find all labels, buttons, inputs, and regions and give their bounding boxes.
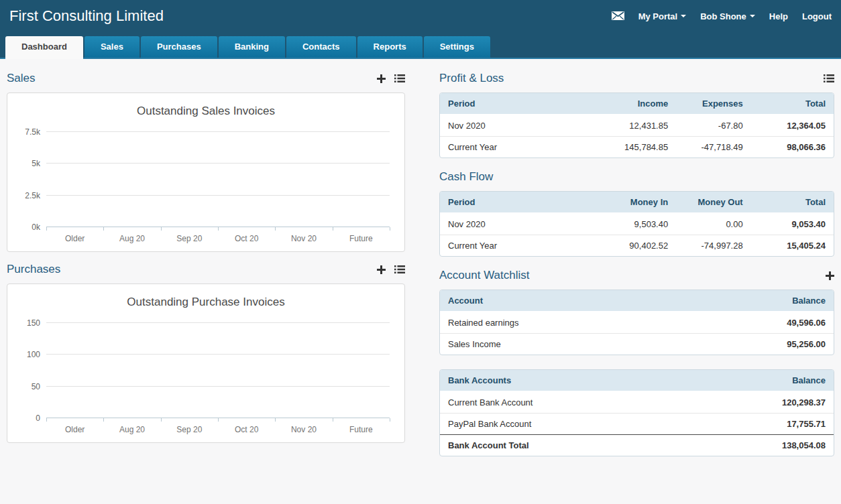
messages-button[interactable] <box>612 11 624 22</box>
table-row: Sales Income95,256.00 <box>440 333 834 355</box>
purchases-bar-chart: 050100150OlderAug 20Sep 20Oct 20Nov 20Fu… <box>46 323 390 418</box>
watchlist-section-header: Account Watchlist <box>439 268 834 283</box>
x-axis-tick <box>161 227 162 231</box>
table-cell: Current Year <box>440 136 585 158</box>
caret-down-icon <box>681 15 686 17</box>
x-axis-tick <box>103 227 104 231</box>
bars <box>46 323 390 418</box>
table-cell: 12,431.85 <box>585 115 676 136</box>
sales-bar-chart: 0k2.5k5k7.5kOlderAug 20Sep 20Oct 20Nov 2… <box>46 132 390 227</box>
table-cell: 0.00 <box>676 214 751 235</box>
tab-settings[interactable]: Settings <box>424 36 490 58</box>
table-cell: 145,784.85 <box>585 136 676 158</box>
x-axis-tick-label: Future <box>333 425 390 434</box>
list-icon[interactable] <box>394 265 405 273</box>
x-axis-tick-label: Aug 20 <box>103 234 160 243</box>
user-menu[interactable]: Bob Shone <box>700 11 755 21</box>
list-icon[interactable] <box>394 74 405 82</box>
x-axis-tick-label: Sep 20 <box>161 425 218 434</box>
company-name: First Consulting Limited <box>9 7 164 25</box>
table-cell: 12,364.05 <box>751 115 834 136</box>
tab-purchases[interactable]: Purchases <box>141 36 217 58</box>
x-axis-tick <box>218 227 219 231</box>
table-cell: -67.80 <box>676 115 751 136</box>
sales-chart-panel: Outstanding Sales Invoices 0k2.5k5k7.5kO… <box>7 92 405 252</box>
x-axis-tick-label: Sep 20 <box>161 234 218 243</box>
x-axis-tick <box>333 418 333 422</box>
table-cell: 9,053.40 <box>751 214 834 235</box>
table-row: Bank Account Total138,054.08 <box>440 434 834 456</box>
bank-accounts-table: Bank AccountsBalanceCurrent Bank Account… <box>439 369 834 456</box>
cashflow-section-header: Cash Flow <box>439 170 834 184</box>
help-link[interactable]: Help <box>769 11 788 21</box>
table-cell: -74,997.28 <box>676 235 751 256</box>
logout-link[interactable]: Logout <box>802 11 832 21</box>
my-portal-menu[interactable]: My Portal <box>638 11 687 21</box>
bars <box>46 132 390 227</box>
table-cell: Nov 2020 <box>440 214 585 235</box>
tab-reports[interactable]: Reports <box>357 36 423 58</box>
envelope-icon <box>612 11 624 22</box>
tab-contacts[interactable]: Contacts <box>286 36 356 58</box>
y-axis-tick-label: 7.5k <box>25 128 40 136</box>
x-axis-tick <box>390 418 390 422</box>
table-cell: Nov 2020 <box>440 115 585 136</box>
table-cell: -47,718.49 <box>676 136 751 158</box>
x-axis-tick-label: Aug 20 <box>103 425 160 434</box>
table-row: Nov 202012,431.85-67.8012,364.05 <box>440 115 834 136</box>
table-cell: 9,503.40 <box>585 214 676 235</box>
x-axis-tick <box>161 418 162 422</box>
table-row: Current Year145,784.85-47,718.4998,066.3… <box>440 136 834 158</box>
column-header: Expenses <box>676 93 751 115</box>
watchlist-section-title: Account Watchlist <box>439 269 529 282</box>
y-axis-tick-label: 0 <box>36 414 40 422</box>
table-cell: 95,256.00 <box>696 333 834 355</box>
column-header: Total <box>751 192 834 214</box>
top-menu: My Portal Bob Shone Help Logout <box>612 10 832 22</box>
list-icon[interactable] <box>824 74 834 82</box>
y-axis-tick-label: 100 <box>27 351 40 359</box>
plus-icon[interactable] <box>826 271 834 280</box>
x-axis-tick <box>275 418 276 422</box>
my-portal-label: My Portal <box>638 11 678 21</box>
account-link[interactable]: Current Bank Account <box>440 392 696 413</box>
table-cell: 49,596.06 <box>696 312 834 333</box>
x-axis-tick <box>390 227 390 231</box>
purchases-section-title: Purchases <box>7 263 60 276</box>
y-axis-tick-label: 5k <box>32 160 40 168</box>
column-header: Bank Accounts <box>440 370 696 392</box>
table-row: Retained earnings49,596.06 <box>440 312 834 333</box>
y-axis-tick-label: 2.5k <box>25 192 40 200</box>
tab-sales[interactable]: Sales <box>85 36 139 58</box>
tab-banking[interactable]: Banking <box>219 36 285 58</box>
cashflow-grid: PeriodMoney InMoney OutTotalNov 20209,50… <box>440 192 834 256</box>
left-column: Sales Outstanding Sales Invoices 0k2.5k5… <box>7 67 405 468</box>
table-cell: 138,054.08 <box>696 434 834 456</box>
table-row: Current Bank Account120,298.37 <box>440 392 834 413</box>
right-column: Profit & Loss PeriodIncomeExpensesTotalN… <box>439 67 834 468</box>
account-link[interactable]: PayPal Bank Account <box>440 413 696 434</box>
x-axis-tick <box>218 418 219 422</box>
x-axis-tick-label: Older <box>46 425 103 434</box>
column-header: Money In <box>585 192 676 214</box>
column-header: Period <box>440 93 585 115</box>
account-link[interactable]: Sales Income <box>440 333 696 355</box>
x-axis-tick <box>103 418 104 422</box>
caret-down-icon <box>750 15 755 17</box>
x-axis-tick-label: Nov 20 <box>275 234 332 243</box>
column-header: Money Out <box>676 192 751 214</box>
dashboard-content: Sales Outstanding Sales Invoices 0k2.5k5… <box>0 59 841 468</box>
sales-section-header: Sales <box>7 71 405 86</box>
plus-icon[interactable] <box>377 74 386 83</box>
plus-icon[interactable] <box>377 265 386 274</box>
x-axis-labels: OlderAug 20Sep 20Oct 20Nov 20Future <box>46 234 390 243</box>
x-axis-tick <box>333 227 333 231</box>
table-cell: 90,402.52 <box>585 235 676 256</box>
x-axis-tick <box>46 227 47 231</box>
tab-dashboard[interactable]: Dashboard <box>5 36 83 59</box>
y-axis-tick-label: 150 <box>27 319 40 327</box>
table-cell: 17,755.71 <box>696 413 834 434</box>
user-name-label: Bob Shone <box>700 11 746 21</box>
account-link[interactable]: Retained earnings <box>440 312 696 333</box>
table-row: Current Year90,402.52-74,997.2815,405.24 <box>440 235 834 256</box>
